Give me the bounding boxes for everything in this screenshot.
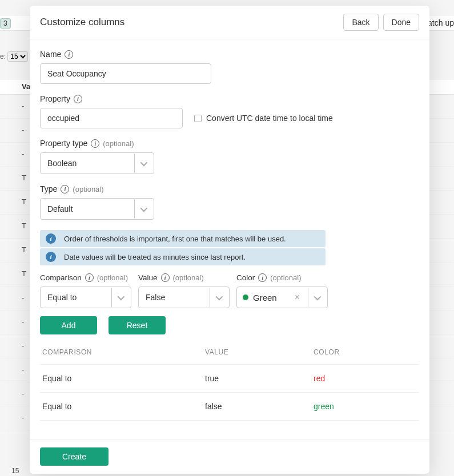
info-icon[interactable]: i — [91, 139, 99, 148]
optional-hint: (optional) — [103, 139, 134, 148]
back-button[interactable]: Back — [343, 14, 378, 31]
th-comparison: COMPARISON — [42, 348, 205, 356]
value-value: False — [146, 293, 210, 302]
comparison-label: Comparison — [40, 273, 82, 282]
property-type-label: Property type — [40, 139, 87, 148]
customize-columns-modal: Customize columns Back Done Name i Prope… — [30, 6, 429, 474]
convert-utc-label: Convert UTC date time to local time — [206, 114, 333, 123]
comparison-value: Equal to — [47, 293, 111, 302]
th-value: VALUE — [205, 348, 314, 356]
checkbox-icon — [194, 115, 202, 122]
color-value: Green — [253, 293, 287, 302]
name-label: Name — [40, 50, 61, 59]
bg-catchup-text: atch up — [428, 18, 454, 27]
bg-bottom-text: 15 — [11, 467, 19, 475]
cell-color: green — [314, 402, 419, 411]
bg-cell: - — [22, 365, 24, 374]
cell-value: false — [205, 402, 314, 411]
bg-cell: T — [22, 221, 26, 230]
color-select[interactable]: Green × — [236, 287, 328, 308]
modal-title: Customize columns — [40, 17, 124, 28]
info-icon[interactable]: i — [61, 185, 69, 193]
bg-cell: T — [22, 174, 26, 182]
cell-comparison: Equal to — [42, 374, 205, 383]
alert-text: Order of thresholds is important, first … — [64, 235, 286, 243]
reset-button[interactable]: Reset — [109, 316, 166, 334]
optional-hint: (optional) — [270, 273, 301, 282]
info-icon[interactable]: i — [161, 273, 170, 282]
table-header: COMPARISON VALUE COLOR — [40, 345, 419, 365]
alert-threshold-order: i Order of thresholds is important, firs… — [40, 230, 326, 247]
optional-hint: (optional) — [73, 185, 103, 193]
type-label: Type — [40, 184, 57, 193]
cell-comparison: Equal to — [42, 402, 205, 411]
done-button[interactable]: Done — [383, 14, 419, 31]
bg-cell: - — [22, 317, 24, 326]
info-icon[interactable]: i — [74, 95, 82, 103]
chevron-down-icon — [308, 288, 325, 307]
property-type-field: Property type i (optional) Boolean — [40, 139, 419, 174]
bg-cell: - — [22, 413, 24, 422]
table-row[interactable]: Equal totruered — [40, 365, 419, 393]
type-value: Default — [47, 204, 134, 213]
color-swatch — [243, 295, 248, 300]
property-label: Property — [40, 94, 70, 103]
threshold-inputs: Comparison i (optional) Equal to Value i… — [40, 273, 419, 308]
bg-pagesize-label: e: — [0, 53, 6, 60]
chevron-down-icon — [134, 154, 151, 173]
bg-cell: - — [22, 150, 24, 158]
bg-badge: 3 — [0, 18, 11, 29]
modal-body: Name i Property i Convert UTC date time … — [30, 39, 429, 439]
bg-cell: - — [22, 102, 24, 110]
property-type-value: Boolean — [47, 159, 134, 168]
type-select[interactable]: Default — [40, 198, 154, 220]
color-label: Color — [236, 273, 255, 282]
alert-text: Date values will be treated as minutes s… — [64, 253, 246, 261]
alerts: i Order of thresholds is important, firs… — [40, 230, 326, 265]
table-row[interactable]: Equal tofalsegreen — [40, 393, 419, 421]
property-type-select[interactable]: Boolean — [40, 152, 154, 174]
optional-hint: (optional) — [97, 273, 128, 282]
chevron-down-icon — [134, 199, 151, 219]
bg-cell: T — [22, 245, 26, 254]
chevron-down-icon — [111, 288, 128, 307]
cell-color: red — [314, 374, 419, 383]
clear-icon[interactable]: × — [291, 292, 303, 302]
bg-cell: T — [22, 197, 26, 206]
optional-hint: (optional) — [173, 273, 204, 282]
info-icon[interactable]: i — [258, 273, 267, 282]
value-select[interactable]: False — [138, 287, 230, 308]
bg-cell: - — [22, 126, 24, 134]
info-icon: i — [46, 252, 56, 262]
thresholds-table: COMPARISON VALUE COLOR Equal totrueredEq… — [40, 345, 419, 421]
bg-cell: - — [22, 293, 24, 302]
property-input[interactable] — [40, 108, 183, 128]
convert-utc-checkbox[interactable]: Convert UTC date time to local time — [194, 114, 333, 123]
info-icon[interactable]: i — [65, 50, 73, 59]
bg-cell: - — [22, 389, 24, 398]
th-color: COLOR — [314, 348, 419, 356]
name-field: Name i — [40, 50, 419, 84]
bg-column-header: Va — [22, 82, 30, 91]
cell-value: true — [205, 374, 314, 383]
value-label: Value — [138, 273, 158, 282]
bg-pagesize: e: 15 — [0, 51, 28, 62]
alert-date-values: i Date values will be treated as minutes… — [40, 248, 326, 265]
bg-cell: T — [22, 269, 26, 278]
property-field: Property i Convert UTC date time to loca… — [40, 94, 419, 128]
type-field: Type i (optional) Default — [40, 184, 419, 220]
bg-cell: - — [22, 341, 24, 350]
info-icon[interactable]: i — [85, 273, 94, 282]
add-button[interactable]: Add — [40, 316, 97, 334]
info-icon: i — [46, 233, 56, 244]
name-input[interactable] — [40, 63, 211, 84]
bg-pagesize-select[interactable]: 15 — [7, 51, 28, 62]
comparison-select[interactable]: Equal to — [40, 287, 131, 308]
chevron-down-icon — [210, 288, 227, 307]
modal-header: Customize columns Back Done — [30, 6, 429, 39]
modal-footer: Create — [30, 439, 429, 474]
create-button[interactable]: Create — [40, 447, 109, 466]
